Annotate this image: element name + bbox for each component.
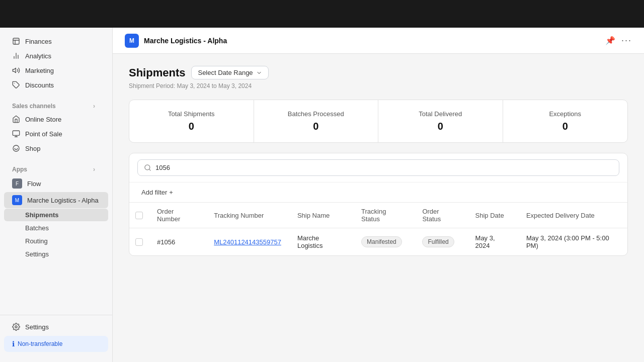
svg-point-11	[15, 326, 17, 328]
sidebar-item-marche-logistics[interactable]: M Marche Logistics - Alpha	[4, 192, 108, 208]
marche-logistics-icon: M	[12, 195, 22, 205]
sidebar-item-analytics[interactable]: Analytics	[4, 49, 108, 63]
gear-icon	[12, 323, 20, 331]
sidebar-item-discounts[interactable]: Discounts	[4, 78, 108, 92]
cell-tracking-number[interactable]: ML2401124143559757	[206, 228, 289, 256]
table-header: Order Number Tracking Number Ship Name T…	[129, 203, 627, 228]
sidebar-item-flow[interactable]: F Flow	[4, 175, 108, 192]
sales-channels-chevron-icon: ›	[93, 103, 100, 110]
sidebar-item-online-store[interactable]: Online Store	[4, 112, 108, 126]
flow-icon: F	[12, 178, 22, 189]
content-area: Shipments Select Date Range Shipment Per…	[113, 54, 644, 362]
bar-chart-icon	[12, 52, 20, 60]
stat-total-shipments: Total Shipments 0	[129, 100, 254, 142]
shop-icon	[12, 144, 20, 152]
top-bar	[0, 0, 644, 28]
date-range-button[interactable]: Select Date Range	[191, 66, 268, 79]
dollar-icon	[12, 37, 20, 45]
svg-point-10	[13, 145, 19, 151]
svg-line-13	[149, 169, 150, 170]
cell-expected-delivery: May 3, 2024 (3:00 PM - 5:00 PM)	[518, 228, 627, 256]
main-content: M Marche Logistics - Alpha 📌 ··· Shipmen…	[113, 28, 644, 362]
non-transferable-badge[interactable]: ℹ Non-transferable	[4, 336, 108, 352]
col-order-number: Order Number	[149, 203, 206, 228]
table-body: #1056 ML2401124143559757 Marche Logistic…	[129, 228, 627, 256]
sidebar-sub-item-batches[interactable]: Batches	[4, 222, 108, 234]
tag-icon	[12, 81, 20, 89]
pos-icon	[12, 130, 20, 138]
sidebar-sub-item-routing[interactable]: Routing	[4, 235, 108, 247]
row-checkbox[interactable]	[135, 238, 143, 246]
svg-rect-0	[13, 38, 19, 44]
select-all-checkbox[interactable]	[135, 212, 143, 219]
select-all-cell	[129, 203, 149, 228]
stat-batches-processed: Batches Processed 0	[254, 100, 379, 142]
shipments-table: Order Number Tracking Number Ship Name T…	[129, 203, 627, 255]
apps-chevron-icon: ›	[93, 166, 100, 173]
top-nav-left: M Marche Logistics - Alpha	[125, 34, 227, 48]
cell-tracking-status: Manifested	[353, 228, 414, 256]
sidebar-sub-item-settings[interactable]: Settings	[4, 248, 108, 260]
main-nav: Finances Analytics Marketing Discounts	[0, 32, 112, 95]
sidebar-bottom: Settings ℹ Non-transferable	[0, 315, 112, 358]
svg-rect-7	[13, 131, 19, 135]
stat-total-delivered: Total Delivered 0	[378, 100, 503, 142]
megaphone-icon	[12, 66, 20, 74]
sales-channels-header[interactable]: Sales channels ›	[4, 99, 108, 112]
col-tracking-number: Tracking Number	[206, 203, 289, 228]
top-nav-title: Marche Logistics - Alpha	[144, 37, 227, 45]
more-options-icon[interactable]: ···	[621, 35, 632, 46]
page-header: Shipments Select Date Range	[129, 66, 628, 79]
cell-ship-date: May 3, 2024	[467, 228, 518, 256]
period-text: Shipment Period: May 3, 2024 to May 3, 2…	[129, 82, 628, 89]
cell-ship-name: Marche Logistics	[289, 228, 353, 256]
sidebar-item-marketing[interactable]: Marketing	[4, 63, 108, 77]
stats-row: Total Shipments 0 Batches Processed 0 To…	[129, 100, 628, 143]
store-icon	[12, 115, 20, 123]
sales-channels-section: Sales channels › Online Store Point of S…	[0, 95, 112, 158]
table-section: Add filter + Order Number	[129, 153, 628, 256]
search-input[interactable]	[155, 164, 613, 171]
cell-order-number: #1056	[149, 228, 206, 256]
col-expected-delivery: Expected Delivery Date	[518, 203, 627, 228]
col-ship-date: Ship Date	[467, 203, 518, 228]
col-ship-name: Ship Name	[289, 203, 353, 228]
add-filter-button[interactable]: Add filter +	[137, 187, 177, 198]
table-row: #1056 ML2401124143559757 Marche Logistic…	[129, 228, 627, 256]
apps-section: Apps › F Flow M Marche Logistics - Alpha…	[0, 158, 112, 263]
search-icon	[144, 164, 151, 171]
filter-bar: Add filter +	[129, 183, 627, 203]
stat-exceptions: Exceptions 0	[503, 100, 628, 142]
info-icon: ℹ	[12, 340, 15, 348]
pin-icon[interactable]: 📌	[605, 36, 615, 45]
search-bar	[129, 153, 627, 183]
apps-header[interactable]: Apps ›	[4, 162, 108, 175]
cell-order-status: Fulfilled	[414, 228, 467, 256]
col-order-status: Order Status	[414, 203, 467, 228]
row-checkbox-cell	[129, 228, 149, 256]
sidebar-item-shop[interactable]: Shop	[4, 141, 108, 155]
col-tracking-status: Tracking Status	[353, 203, 414, 228]
sidebar-item-finances[interactable]: Finances	[4, 34, 108, 48]
app-logo: M	[125, 34, 139, 48]
chevron-down-icon	[256, 70, 262, 76]
sidebar-sub-item-shipments[interactable]: Shipments	[4, 209, 108, 221]
sidebar-item-settings[interactable]: Settings	[4, 320, 108, 334]
page-title: Shipments	[129, 66, 185, 79]
search-input-wrap	[137, 159, 619, 176]
sidebar-item-point-of-sale[interactable]: Point of Sale	[4, 127, 108, 141]
top-nav: M Marche Logistics - Alpha 📌 ···	[113, 28, 644, 54]
sidebar: Finances Analytics Marketing Discounts	[0, 28, 113, 362]
top-nav-actions: 📌 ···	[605, 35, 632, 46]
